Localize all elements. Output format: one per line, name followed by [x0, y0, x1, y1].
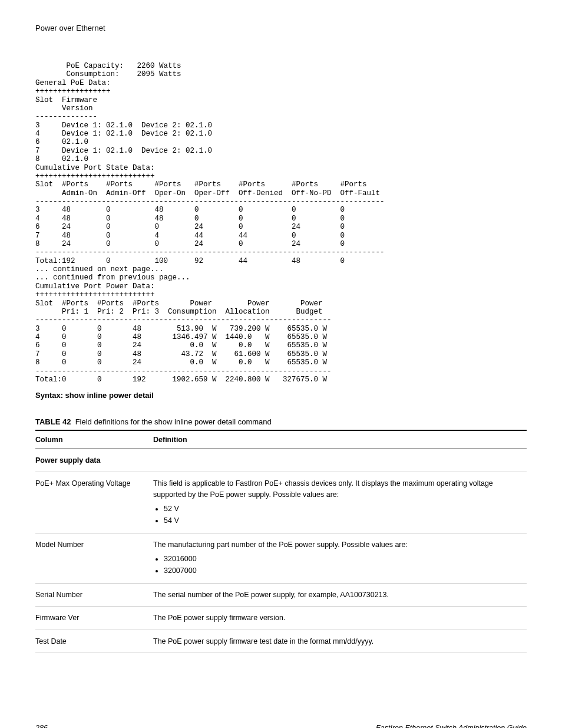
field-name: Firmware Ver [35, 607, 153, 630]
table-caption-text: Field definitions for the show inline po… [75, 417, 272, 426]
field-name: Serial Number [35, 584, 153, 607]
cli-output: PoE Capacity: 2260 Watts Consumption: 20… [35, 62, 527, 384]
table-label: TABLE 42 [35, 417, 71, 426]
syntax-line: Syntax: show inline power detail [35, 391, 527, 400]
field-definition: The serial number of the PoE power suppl… [153, 584, 527, 607]
definition-text: This field is applicable to FastIron PoE… [153, 479, 493, 498]
table-row: Firmware Ver The PoE power supply firmwa… [35, 607, 527, 630]
col-header-column: Column [35, 430, 153, 449]
table-section-row: Power supply data [35, 449, 527, 472]
field-definition: The PoE power supply firmware version. [153, 607, 527, 630]
list-item: 32016000 [164, 554, 523, 564]
page-footer: 286 FastIron Ethernet Switch Administrat… [35, 724, 527, 728]
table-row: PoE+ Max Operating Voltage This field is… [35, 472, 527, 533]
field-definition: The PoE power supply firmware test date … [153, 630, 527, 653]
table-row: Serial Number The serial number of the P… [35, 584, 527, 607]
doc-title: FastIron Ethernet Switch Administration … [376, 724, 527, 728]
field-name: Test Date [35, 630, 153, 653]
list-item: 32007000 [164, 565, 523, 576]
value-list: 32016000 32007000 [153, 554, 523, 576]
field-name: Model Number [35, 533, 153, 583]
table-row: Model Number The manufacturing part numb… [35, 533, 527, 583]
definition-text: The manufacturing part number of the PoE… [153, 541, 408, 549]
page-number: 286 [35, 724, 48, 728]
field-definition: This field is applicable to FastIron PoE… [153, 472, 527, 533]
field-name: PoE+ Max Operating Voltage [35, 472, 153, 533]
page-header: Power over Ethernet [35, 24, 527, 32]
value-list: 52 V 54 V [153, 503, 523, 526]
table-caption: TABLE 42 Field definitions for the show … [35, 417, 527, 426]
list-item: 54 V [164, 515, 523, 526]
table-row: Test Date The PoE power supply firmware … [35, 630, 527, 653]
list-item: 52 V [164, 503, 523, 514]
col-header-definition: Definition [153, 430, 527, 449]
definitions-table: Column Definition Power supply data PoE+… [35, 430, 527, 653]
section-heading: Power supply data [35, 449, 527, 472]
field-definition: The manufacturing part number of the PoE… [153, 533, 527, 583]
